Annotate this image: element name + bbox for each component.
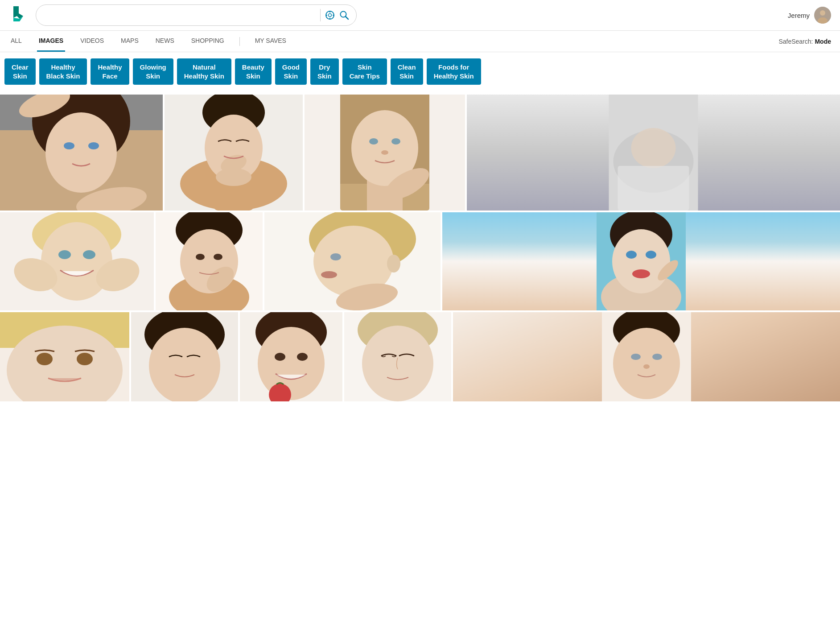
header: healthy skin Jeremy — [0, 0, 840, 31]
search-submit-button[interactable] — [339, 10, 349, 20]
tab-videos[interactable]: VIDEOS — [78, 31, 106, 52]
tab-news[interactable]: NEWS — [154, 31, 176, 52]
image-item[interactable] — [264, 212, 441, 310]
image-item[interactable] — [344, 312, 451, 401]
search-input[interactable]: healthy skin — [43, 9, 316, 21]
chip-clear-skin[interactable]: ClearSkin — [4, 58, 36, 85]
svg-point-68 — [632, 269, 650, 278]
svg-point-41 — [41, 222, 112, 301]
svg-point-17 — [64, 142, 74, 149]
svg-point-73 — [77, 353, 93, 365]
svg-point-57 — [387, 255, 400, 272]
svg-point-53 — [214, 254, 222, 260]
safesearch-value: Mode — [815, 38, 831, 45]
chip-skin-care-tips[interactable]: SkinCare Tips — [342, 58, 387, 85]
svg-point-81 — [275, 353, 285, 361]
svg-point-90 — [652, 354, 662, 360]
filter-chips-container: ClearSkin HealthyBlack Skin HealthyFace … — [0, 52, 840, 91]
image-row-3 — [0, 312, 840, 401]
image-item[interactable] — [165, 95, 303, 211]
image-grid — [0, 91, 840, 405]
svg-point-79 — [258, 327, 325, 400]
tab-shopping[interactable]: SHOPPING — [189, 31, 226, 52]
chip-natural-healthy-skin[interactable]: NaturalHealthy Skin — [177, 58, 231, 85]
svg-point-44 — [58, 250, 71, 259]
tab-all[interactable]: ALL — [9, 31, 24, 52]
nav-tabs: ALL IMAGES VIDEOS MAPS NEWS SHOPPING MY … — [0, 31, 840, 52]
user-name-label: Jeremy — [788, 12, 810, 19]
chip-dry-skin[interactable]: DrySkin — [310, 58, 339, 85]
camera-search-button[interactable] — [325, 10, 335, 20]
svg-line-7 — [346, 17, 348, 19]
svg-point-45 — [83, 250, 95, 259]
chip-healthy-face[interactable]: HealthyFace — [91, 58, 129, 85]
chip-healthy-black-skin[interactable]: HealthyBlack Skin — [39, 58, 87, 85]
bing-logo[interactable] — [9, 4, 29, 26]
image-item[interactable] — [0, 95, 163, 211]
svg-point-59 — [330, 253, 341, 260]
search-bar: healthy skin — [36, 4, 357, 26]
header-right: Jeremy — [788, 7, 831, 24]
svg-point-82 — [297, 353, 308, 361]
image-item[interactable] — [0, 212, 154, 310]
svg-point-76 — [149, 328, 220, 401]
svg-point-33 — [391, 138, 400, 144]
svg-point-85 — [362, 326, 433, 401]
chip-clean-skin[interactable]: CleanSkin — [391, 58, 423, 85]
svg-point-32 — [369, 138, 378, 144]
chip-glowing-skin[interactable]: GlowingSkin — [133, 58, 173, 85]
image-item[interactable] — [305, 95, 465, 211]
svg-point-72 — [37, 353, 53, 365]
chip-foods-healthy-skin[interactable]: Foods forHealthy Skin — [427, 58, 481, 85]
image-item[interactable] — [240, 312, 342, 401]
image-row-2 — [0, 212, 840, 310]
tab-images[interactable]: IMAGES — [37, 31, 65, 52]
svg-point-37 — [631, 128, 676, 168]
svg-point-60 — [321, 271, 337, 278]
chip-beauty-skin[interactable]: BeautySkin — [235, 58, 272, 85]
image-item[interactable] — [156, 212, 263, 310]
svg-point-1 — [329, 14, 332, 17]
user-avatar[interactable] — [814, 7, 831, 24]
image-item[interactable] — [442, 212, 840, 310]
svg-point-88 — [613, 328, 680, 399]
search-divider — [320, 9, 321, 21]
svg-point-9 — [820, 10, 825, 16]
svg-point-34 — [381, 150, 388, 155]
tab-my-saves[interactable]: MY SAVES — [253, 31, 288, 52]
image-item[interactable] — [0, 312, 129, 401]
svg-point-67 — [646, 251, 656, 259]
safesearch-label: SafeSearch: — [778, 38, 813, 45]
svg-rect-38 — [618, 166, 689, 211]
svg-point-64 — [612, 229, 670, 293]
svg-point-66 — [626, 251, 637, 259]
svg-point-52 — [196, 254, 205, 260]
image-row-1 — [0, 95, 840, 211]
image-item[interactable] — [131, 312, 238, 401]
svg-point-14 — [45, 112, 117, 193]
image-item[interactable] — [467, 95, 840, 211]
svg-point-91 — [643, 364, 650, 369]
image-item[interactable] — [453, 312, 840, 401]
svg-point-18 — [88, 142, 99, 149]
nav-divider — [239, 37, 240, 46]
tab-maps[interactable]: MAPS — [119, 31, 140, 52]
chip-good-skin[interactable]: GoodSkin — [275, 58, 307, 85]
svg-point-89 — [631, 354, 641, 360]
